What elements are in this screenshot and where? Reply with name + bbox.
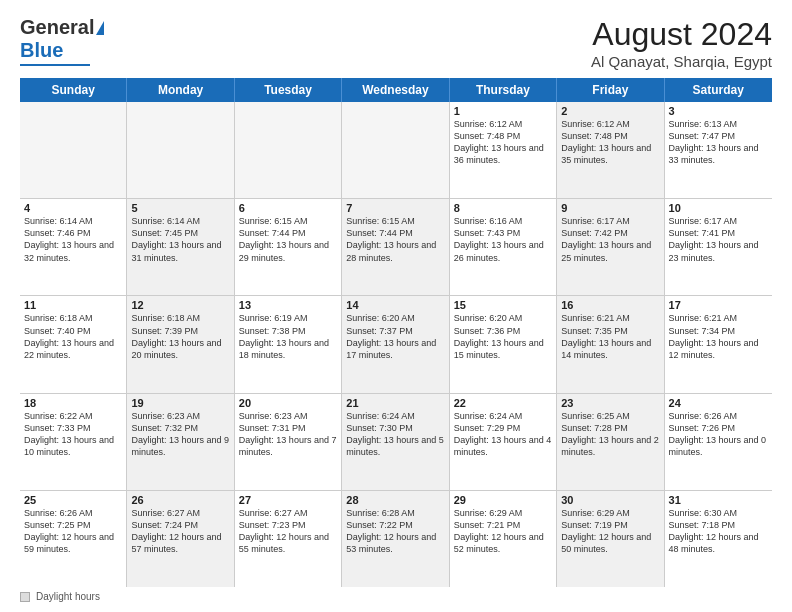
header-wednesday: Wednesday: [342, 78, 449, 102]
day-number: 14: [346, 299, 444, 311]
day-info: Sunrise: 6:26 AM Sunset: 7:26 PM Dayligh…: [669, 410, 768, 459]
day-info: Sunrise: 6:24 AM Sunset: 7:29 PM Dayligh…: [454, 410, 552, 459]
day-info: Sunrise: 6:26 AM Sunset: 7:25 PM Dayligh…: [24, 507, 122, 556]
calendar-cell: 19Sunrise: 6:23 AM Sunset: 7:32 PM Dayli…: [127, 394, 234, 490]
day-info: Sunrise: 6:28 AM Sunset: 7:22 PM Dayligh…: [346, 507, 444, 556]
calendar-cell: 31Sunrise: 6:30 AM Sunset: 7:18 PM Dayli…: [665, 491, 772, 587]
calendar: Sunday Monday Tuesday Wednesday Thursday…: [20, 78, 772, 587]
day-number: 16: [561, 299, 659, 311]
calendar-cell: 25Sunrise: 6:26 AM Sunset: 7:25 PM Dayli…: [20, 491, 127, 587]
calendar-cell: 4Sunrise: 6:14 AM Sunset: 7:46 PM Daylig…: [20, 199, 127, 295]
day-number: 11: [24, 299, 122, 311]
day-number: 15: [454, 299, 552, 311]
calendar-cell: 14Sunrise: 6:20 AM Sunset: 7:37 PM Dayli…: [342, 296, 449, 392]
calendar-header: Sunday Monday Tuesday Wednesday Thursday…: [20, 78, 772, 102]
calendar-cell: 9Sunrise: 6:17 AM Sunset: 7:42 PM Daylig…: [557, 199, 664, 295]
header-thursday: Thursday: [450, 78, 557, 102]
day-number: 2: [561, 105, 659, 117]
calendar-row-1: 4Sunrise: 6:14 AM Sunset: 7:46 PM Daylig…: [20, 199, 772, 296]
day-number: 22: [454, 397, 552, 409]
header-monday: Monday: [127, 78, 234, 102]
logo-underline: [20, 64, 90, 66]
day-number: 5: [131, 202, 229, 214]
calendar-cell: 7Sunrise: 6:15 AM Sunset: 7:44 PM Daylig…: [342, 199, 449, 295]
day-info: Sunrise: 6:20 AM Sunset: 7:36 PM Dayligh…: [454, 312, 552, 361]
day-info: Sunrise: 6:23 AM Sunset: 7:32 PM Dayligh…: [131, 410, 229, 459]
calendar-cell: 23Sunrise: 6:25 AM Sunset: 7:28 PM Dayli…: [557, 394, 664, 490]
calendar-cell: 5Sunrise: 6:14 AM Sunset: 7:45 PM Daylig…: [127, 199, 234, 295]
footer: Daylight hours: [20, 591, 772, 602]
header-saturday: Saturday: [665, 78, 772, 102]
day-number: 23: [561, 397, 659, 409]
title-block: August 2024 Al Qanayat, Sharqia, Egypt: [591, 16, 772, 70]
day-number: 8: [454, 202, 552, 214]
day-number: 9: [561, 202, 659, 214]
day-number: 6: [239, 202, 337, 214]
header-tuesday: Tuesday: [235, 78, 342, 102]
day-info: Sunrise: 6:29 AM Sunset: 7:21 PM Dayligh…: [454, 507, 552, 556]
calendar-cell: 30Sunrise: 6:29 AM Sunset: 7:19 PM Dayli…: [557, 491, 664, 587]
day-info: Sunrise: 6:27 AM Sunset: 7:23 PM Dayligh…: [239, 507, 337, 556]
logo-triangle-icon: [96, 21, 104, 35]
day-info: Sunrise: 6:17 AM Sunset: 7:41 PM Dayligh…: [669, 215, 768, 264]
day-number: 19: [131, 397, 229, 409]
calendar-cell: 24Sunrise: 6:26 AM Sunset: 7:26 PM Dayli…: [665, 394, 772, 490]
calendar-cell: [127, 102, 234, 198]
day-number: 20: [239, 397, 337, 409]
footer-dot-icon: [20, 592, 30, 602]
day-number: 10: [669, 202, 768, 214]
day-info: Sunrise: 6:30 AM Sunset: 7:18 PM Dayligh…: [669, 507, 768, 556]
calendar-cell: 10Sunrise: 6:17 AM Sunset: 7:41 PM Dayli…: [665, 199, 772, 295]
calendar-cell: 28Sunrise: 6:28 AM Sunset: 7:22 PM Dayli…: [342, 491, 449, 587]
header: General Blue August 2024 Al Qanayat, Sha…: [20, 16, 772, 70]
day-info: Sunrise: 6:22 AM Sunset: 7:33 PM Dayligh…: [24, 410, 122, 459]
day-info: Sunrise: 6:27 AM Sunset: 7:24 PM Dayligh…: [131, 507, 229, 556]
calendar-cell: [342, 102, 449, 198]
calendar-row-3: 18Sunrise: 6:22 AM Sunset: 7:33 PM Dayli…: [20, 394, 772, 491]
day-info: Sunrise: 6:16 AM Sunset: 7:43 PM Dayligh…: [454, 215, 552, 264]
day-info: Sunrise: 6:18 AM Sunset: 7:40 PM Dayligh…: [24, 312, 122, 361]
calendar-row-0: 1Sunrise: 6:12 AM Sunset: 7:48 PM Daylig…: [20, 102, 772, 199]
calendar-cell: 17Sunrise: 6:21 AM Sunset: 7:34 PM Dayli…: [665, 296, 772, 392]
day-info: Sunrise: 6:12 AM Sunset: 7:48 PM Dayligh…: [454, 118, 552, 167]
day-number: 18: [24, 397, 122, 409]
day-info: Sunrise: 6:15 AM Sunset: 7:44 PM Dayligh…: [239, 215, 337, 264]
calendar-cell: 15Sunrise: 6:20 AM Sunset: 7:36 PM Dayli…: [450, 296, 557, 392]
calendar-cell: 16Sunrise: 6:21 AM Sunset: 7:35 PM Dayli…: [557, 296, 664, 392]
day-info: Sunrise: 6:17 AM Sunset: 7:42 PM Dayligh…: [561, 215, 659, 264]
calendar-cell: 13Sunrise: 6:19 AM Sunset: 7:38 PM Dayli…: [235, 296, 342, 392]
page: General Blue August 2024 Al Qanayat, Sha…: [0, 0, 792, 612]
day-info: Sunrise: 6:15 AM Sunset: 7:44 PM Dayligh…: [346, 215, 444, 264]
day-number: 26: [131, 494, 229, 506]
logo-blue-text: Blue: [20, 39, 63, 62]
day-number: 27: [239, 494, 337, 506]
calendar-cell: 29Sunrise: 6:29 AM Sunset: 7:21 PM Dayli…: [450, 491, 557, 587]
day-info: Sunrise: 6:25 AM Sunset: 7:28 PM Dayligh…: [561, 410, 659, 459]
day-info: Sunrise: 6:18 AM Sunset: 7:39 PM Dayligh…: [131, 312, 229, 361]
day-info: Sunrise: 6:21 AM Sunset: 7:34 PM Dayligh…: [669, 312, 768, 361]
calendar-cell: 18Sunrise: 6:22 AM Sunset: 7:33 PM Dayli…: [20, 394, 127, 490]
calendar-cell: 21Sunrise: 6:24 AM Sunset: 7:30 PM Dayli…: [342, 394, 449, 490]
calendar-cell: 20Sunrise: 6:23 AM Sunset: 7:31 PM Dayli…: [235, 394, 342, 490]
calendar-cell: [235, 102, 342, 198]
day-number: 7: [346, 202, 444, 214]
day-info: Sunrise: 6:12 AM Sunset: 7:48 PM Dayligh…: [561, 118, 659, 167]
day-info: Sunrise: 6:13 AM Sunset: 7:47 PM Dayligh…: [669, 118, 768, 167]
day-number: 13: [239, 299, 337, 311]
header-friday: Friday: [557, 78, 664, 102]
day-number: 12: [131, 299, 229, 311]
day-info: Sunrise: 6:14 AM Sunset: 7:45 PM Dayligh…: [131, 215, 229, 264]
day-number: 28: [346, 494, 444, 506]
day-number: 29: [454, 494, 552, 506]
header-sunday: Sunday: [20, 78, 127, 102]
day-info: Sunrise: 6:14 AM Sunset: 7:46 PM Dayligh…: [24, 215, 122, 264]
day-number: 4: [24, 202, 122, 214]
day-info: Sunrise: 6:21 AM Sunset: 7:35 PM Dayligh…: [561, 312, 659, 361]
day-number: 25: [24, 494, 122, 506]
day-number: 30: [561, 494, 659, 506]
day-number: 21: [346, 397, 444, 409]
day-info: Sunrise: 6:20 AM Sunset: 7:37 PM Dayligh…: [346, 312, 444, 361]
calendar-cell: 1Sunrise: 6:12 AM Sunset: 7:48 PM Daylig…: [450, 102, 557, 198]
daylight-label: Daylight hours: [36, 591, 100, 602]
main-title: August 2024: [591, 16, 772, 53]
